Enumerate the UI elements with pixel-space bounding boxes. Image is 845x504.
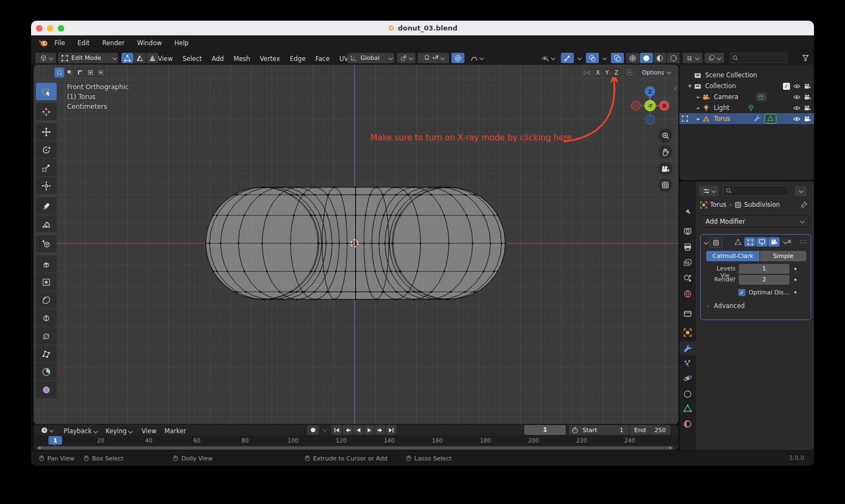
auto-keying-dropdown[interactable] — [320, 425, 328, 435]
collapse-icon[interactable]: ▼ — [687, 84, 693, 89]
zoom-button[interactable] — [658, 128, 672, 143]
tool-loop-cut-button[interactable] — [36, 309, 57, 327]
expand-icon[interactable]: ► — [696, 95, 701, 100]
close-window-button[interactable] — [36, 25, 42, 32]
overlays-dropdown[interactable] — [600, 53, 609, 63]
hide-eye-icon[interactable] — [793, 94, 801, 100]
torus-wireframe[interactable] — [205, 187, 506, 300]
display-in-edit-mode-toggle[interactable] — [744, 237, 756, 247]
gizmo-minus-x-axis[interactable] — [632, 101, 641, 110]
prev-keyframe-button[interactable] — [342, 425, 353, 435]
tool-move-button[interactable] — [36, 123, 57, 140]
levels-viewport-field[interactable]: 1 — [739, 264, 789, 274]
gizmo-minus-z-axis[interactable] — [646, 115, 655, 125]
select-mode-new-button[interactable] — [54, 67, 64, 77]
play-button[interactable] — [364, 425, 375, 435]
properties-tab-physics[interactable] — [679, 371, 696, 385]
mesh-data-badge[interactable] — [764, 114, 776, 124]
select-mode-extend-button[interactable] — [65, 67, 75, 77]
display-render-toggle[interactable] — [768, 237, 780, 247]
frame-start-field[interactable]: Start 1 — [569, 425, 629, 435]
advanced-expand-icon[interactable]: › — [707, 303, 709, 309]
tool-scale-button[interactable] — [36, 159, 57, 176]
play-reverse-button[interactable] — [353, 425, 364, 435]
shading-rendered-button[interactable] — [667, 53, 680, 63]
tool-poly-build-button[interactable] — [36, 345, 57, 362]
properties-tab-object-data[interactable] — [679, 402, 696, 416]
outliner-row-scene-collection[interactable]: Scene Collection — [679, 70, 814, 81]
outliner-display-mode-dropdown[interactable] — [683, 53, 702, 63]
tool-extrude-region-button[interactable] — [36, 255, 57, 273]
properties-options-dropdown[interactable] — [795, 186, 807, 196]
select-mode-subtract-button[interactable] — [75, 67, 85, 77]
shading-solid-button[interactable] — [640, 53, 653, 63]
tool-annotate-button[interactable] — [36, 197, 57, 214]
properties-tab-particles[interactable] — [679, 357, 696, 371]
drag-handle-icon[interactable] — [800, 239, 807, 244]
animate-dot[interactable] — [794, 279, 797, 281]
render-camera-icon[interactable] — [804, 94, 811, 100]
proportional-editing-toggle[interactable] — [451, 53, 464, 63]
remove-modifier-button[interactable]: ✕ — [787, 238, 792, 245]
animate-dot[interactable] — [794, 268, 797, 270]
tool-inset-faces-button[interactable] — [36, 273, 57, 291]
menu-edit[interactable]: Edit — [72, 35, 94, 51]
modifier-badge[interactable] — [754, 114, 761, 124]
current-frame-field[interactable]: 1 — [524, 425, 566, 435]
menu-file[interactable]: File — [50, 35, 70, 51]
render-camera-icon[interactable] — [804, 83, 811, 89]
properties-tab-scene[interactable] — [679, 271, 696, 285]
edge-select-mode-button[interactable] — [134, 53, 146, 63]
pivot-point-dropdown[interactable] — [397, 53, 415, 63]
camera-data-badge[interactable] — [756, 93, 767, 101]
display-on-cage-toggle[interactable] — [732, 237, 744, 247]
options-dropdown[interactable]: Options — [638, 67, 674, 77]
shading-material-button[interactable] — [653, 53, 666, 63]
frame-end-field[interactable]: End 250 — [629, 425, 671, 435]
simple-button[interactable]: Simple — [760, 251, 806, 261]
mirror-x-button[interactable]: X — [593, 67, 602, 77]
outliner-row-camera[interactable]: ► Camera — [679, 91, 814, 102]
render-camera-icon[interactable] — [804, 105, 811, 111]
timeline-ruler[interactable]: 1 20406080100120140160180200220240 — [34, 435, 678, 446]
gizmos-dropdown[interactable] — [575, 53, 584, 63]
properties-tab-object[interactable] — [679, 325, 696, 340]
hide-eye-icon[interactable] — [793, 105, 801, 111]
snap-dropdown[interactable] — [418, 53, 449, 63]
tool-add-cube-button[interactable] — [36, 235, 57, 253]
animate-dot[interactable] — [794, 291, 797, 293]
outliner-filter-dropdown[interactable] — [705, 53, 724, 63]
mirror-z-button[interactable]: Z — [612, 67, 621, 77]
tool-bevel-button[interactable] — [36, 291, 57, 309]
mirror-icon[interactable] — [581, 67, 592, 77]
tool-transform-button[interactable] — [36, 177, 57, 194]
camera-view-button[interactable] — [658, 162, 672, 176]
menu-window[interactable]: Window — [132, 35, 167, 51]
render-levels-field[interactable]: 2 — [739, 275, 789, 285]
properties-tab-modifiers[interactable] — [679, 341, 696, 355]
render-camera-icon[interactable] — [804, 116, 811, 122]
editor-type-button[interactable] — [35, 53, 56, 63]
properties-tab-view-layer[interactable] — [679, 256, 696, 270]
overlays-toggle[interactable] — [586, 53, 599, 63]
outliner-row-collection[interactable]: ▼ Collection ✓ — [679, 81, 814, 91]
hide-eye-icon[interactable] — [793, 83, 801, 89]
pan-button[interactable] — [658, 145, 672, 159]
properties-search-input[interactable] — [723, 186, 788, 196]
expand-icon[interactable]: ► — [696, 106, 701, 110]
maximize-window-button[interactable] — [58, 25, 64, 32]
properties-tab-collection[interactable] — [679, 306, 696, 321]
xray-toggle[interactable] — [611, 53, 624, 63]
proportional-falloff-dropdown[interactable] — [466, 53, 487, 63]
tool-spin-button[interactable] — [36, 363, 57, 380]
breadcrumb-object[interactable]: Torus — [710, 201, 726, 208]
mirror-y-button[interactable]: Y — [603, 67, 611, 77]
shading-wireframe-button[interactable] — [626, 53, 639, 63]
properties-tab-tool[interactable] — [679, 205, 696, 219]
auto-keying-toggle[interactable] — [307, 425, 319, 435]
panel-collapse-icon[interactable] — [703, 240, 708, 244]
tool-knife-button[interactable] — [36, 327, 57, 345]
properties-tab-output[interactable] — [679, 240, 696, 254]
optimal-display-checkbox[interactable]: ✓ — [738, 289, 745, 296]
snap-symmetry-button[interactable] — [624, 67, 635, 77]
